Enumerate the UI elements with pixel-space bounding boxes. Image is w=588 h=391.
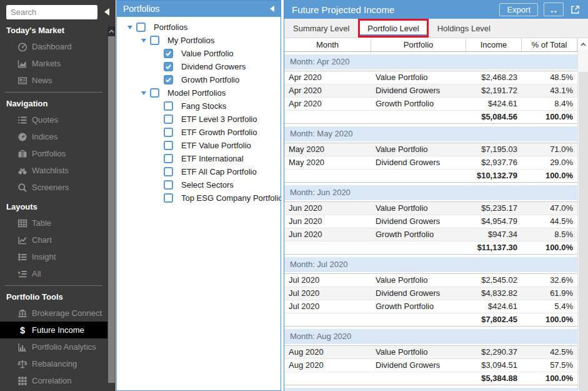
table-row[interactable]: Jul 2020Value Portfolio$2,545.0232.6% — [284, 274, 577, 287]
tree-item-top-esg-company-portfolio[interactable]: Top ESG Company Portfolio — [117, 191, 281, 205]
line-chart-icon — [17, 235, 27, 245]
scroll-up-button[interactable] — [578, 39, 588, 49]
cell-income: $2,290.37 — [466, 346, 522, 358]
cell-month: Jul 2020 — [284, 300, 371, 313]
scrollbar-thumb[interactable] — [579, 72, 588, 391]
tree-item-etf-level-3-portfolio[interactable]: ETF Level 3 Portfolio — [117, 113, 281, 126]
table-scrollbar[interactable] — [577, 39, 588, 391]
resize-button[interactable]: ↔ — [544, 3, 564, 16]
checkbox-unchecked[interactable] — [164, 180, 173, 190]
export-button[interactable]: Export — [499, 3, 538, 16]
table-row[interactable]: Jun 2020Dividend Growers$4,954.7944.5% — [284, 215, 577, 228]
tree-item-fang-stocks[interactable]: Fang Stocks — [117, 99, 281, 113]
tree-item-etf-all-cap-portfolio[interactable]: ETF All Cap Portfolio — [117, 165, 281, 178]
checkbox-unchecked[interactable] — [164, 101, 173, 111]
checkbox-unchecked[interactable] — [164, 193, 173, 203]
cell-pct-of-total: 8.5% — [522, 228, 577, 241]
checkbox-unchecked[interactable] — [164, 141, 173, 150]
checkbox-unchecked[interactable] — [150, 88, 159, 98]
table-row[interactable]: Aug 2020Dividend Growers$3,094.5157.5% — [284, 359, 577, 372]
search-input[interactable] — [6, 5, 97, 19]
column-header-income[interactable]: Income — [466, 38, 522, 51]
cell-empty — [371, 241, 466, 254]
cell-month: May 2020 — [284, 156, 371, 169]
indented-list-icon — [17, 268, 27, 279]
sidebar-collapse-button[interactable] — [103, 8, 111, 16]
portfolio-tree: PortfoliosMy PortfoliosValue PortfolioDi… — [117, 17, 281, 205]
sidebar-item-portfolio-analytics[interactable]: Portfolio Analytics — [0, 338, 107, 355]
table-row[interactable]: Jun 2020Growth Portfolio$947.348.5% — [284, 228, 577, 241]
tab-holdings-level[interactable]: Holdings Level — [429, 19, 499, 38]
panel-collapse-button[interactable] — [270, 6, 274, 12]
tree-item-etf-value-portfolio[interactable]: ETF Value Portfolio — [117, 139, 281, 152]
scales-icon — [17, 358, 27, 369]
sidebar-item-watchlists[interactable]: Watchlists — [0, 162, 107, 179]
insight-list-icon — [17, 251, 27, 262]
column-header-portfolio[interactable]: Portfolio — [371, 38, 466, 51]
checkbox-checked[interactable] — [164, 75, 173, 84]
table-row[interactable]: May 2020Value Portfolio$7,195.0371.0% — [284, 143, 577, 156]
expander-down-icon[interactable] — [137, 39, 150, 43]
sidebar-item-correlation[interactable]: Correlation — [0, 372, 107, 389]
tree-item-select-sectors[interactable]: Select Sectors — [117, 178, 281, 191]
sidebar-item-portfolios[interactable]: Portfolios — [0, 145, 107, 162]
column-header-pct-of-total[interactable]: % of Total — [522, 38, 577, 51]
column-header-month[interactable]: Month — [284, 38, 371, 51]
table-row[interactable]: Apr 2020Value Portfolio$2,468.2348.5% — [284, 71, 577, 84]
table-row[interactable]: Apr 2020Growth Portfolio$424.618.4% — [284, 98, 577, 111]
tree-item-portfolios[interactable]: Portfolios — [117, 21, 281, 34]
tree-item-value-portfolio[interactable]: Value Portfolio — [117, 47, 281, 60]
cell-income: $3,094.51 — [466, 359, 522, 372]
expander-down-icon[interactable] — [137, 91, 150, 95]
table-row[interactable]: May 2020Dividend Growers$2,937.7629.0% — [284, 156, 577, 170]
cell-income: $2,468.23 — [466, 71, 522, 84]
tree-item-etf-growth-portfolio[interactable]: ETF Growth Portfolio — [117, 126, 281, 139]
tab-summary-level[interactable]: Summary Level — [284, 19, 358, 38]
sidebar-item-markets[interactable]: Markets — [0, 55, 107, 72]
sidebar-item-table[interactable]: Table — [0, 215, 107, 231]
tree-item-etf-international[interactable]: ETF International — [117, 152, 281, 165]
sidebar-item-chart[interactable]: Chart — [0, 231, 107, 248]
sidebar-item-future-income[interactable]: $Future Income — [0, 322, 107, 338]
sidebar-item-screeners[interactable]: Screeners — [0, 179, 107, 196]
tree-item-my-portfolios[interactable]: My Portfolios — [117, 34, 281, 47]
sidebar-item-rebalancing[interactable]: Rebalancing — [0, 355, 107, 372]
tree-item-growth-portfolio[interactable]: Growth Portfolio — [117, 73, 281, 86]
scrollbar-thumb[interactable] — [108, 36, 115, 383]
table-row[interactable]: Jul 2020Growth Portfolio$424.615.4% — [284, 300, 577, 313]
sidebar-item-brokerage-connect[interactable]: Brokerage Connect — [0, 305, 107, 322]
sidebar-item-all[interactable]: All — [0, 265, 107, 282]
cell-month: Aug 2020 — [284, 359, 371, 372]
group-rows: Jun 2020Value Portfolio$5,235.1747.0%Jun… — [284, 201, 577, 255]
main-panel-title: Future Projected Income — [292, 4, 494, 15]
tree-item-dividend-growers[interactable]: Dividend Growers — [117, 60, 281, 73]
checkbox-unchecked[interactable] — [164, 154, 173, 163]
table-row[interactable]: Jul 2020Dividend Growers$4,832.8261.9% — [284, 287, 577, 300]
group-header: Month: Jul 2020 — [284, 257, 577, 272]
triangle-down-icon — [127, 26, 132, 29]
table-row[interactable]: Apr 2020Dividend Growers$2,191.7243.1% — [284, 84, 577, 98]
table-row[interactable]: Aug 2020Value Portfolio$2,290.3742.5% — [284, 346, 577, 359]
table-row[interactable]: Jun 2020Value Portfolio$5,235.1747.0% — [284, 202, 577, 215]
checkbox-unchecked[interactable] — [164, 167, 173, 176]
checkbox-unchecked[interactable] — [136, 23, 146, 32]
checkbox-unchecked[interactable] — [164, 114, 173, 124]
checkbox-checked[interactable] — [164, 62, 173, 71]
sidebar-item-news[interactable]: News — [0, 72, 107, 89]
tab-portfolio-level[interactable]: Portfolio Level — [358, 19, 428, 38]
scroll-up-button[interactable] — [107, 26, 116, 36]
checkbox-unchecked[interactable] — [164, 128, 173, 137]
sidebar-item-indices[interactable]: Indices — [0, 128, 107, 145]
sidebar-scrollbar[interactable] — [107, 0, 116, 391]
checkbox-checked[interactable] — [164, 49, 173, 58]
sidebar-item-quotes[interactable]: Quotes — [0, 111, 107, 128]
cell-pct-of-total: 44.5% — [522, 215, 577, 228]
sidebar-item-insight[interactable]: Insight — [0, 248, 107, 265]
sidebar-item-dashboard[interactable]: Dashboard — [0, 38, 107, 55]
popout-button[interactable] — [570, 4, 581, 15]
cell-month: Apr 2020 — [284, 98, 371, 110]
sidebar: Today's MarketDashboardMarketsNewsNaviga… — [0, 0, 107, 391]
expander-down-icon[interactable] — [123, 26, 136, 29]
tree-item-model-portfolios[interactable]: Model Portfolios — [117, 86, 281, 99]
checkbox-unchecked[interactable] — [150, 36, 159, 45]
